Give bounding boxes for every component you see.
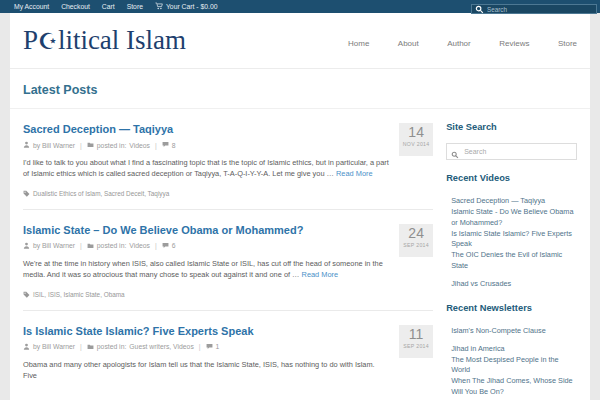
user-icon [23,141,30,149]
post-title[interactable]: Is Islamic State Islamic? Five Experts S… [23,325,433,337]
post-category-link[interactable]: Videos [129,142,150,149]
recent-videos-list: Sacred Deception — Taqiyya Islamic State… [446,189,577,290]
post-tag-list[interactable]: Dualistic Ethics of Islam, Sacred Deceit… [33,190,169,197]
post-comment-count[interactable]: 6 [172,242,176,249]
posted-in-label: posted in: [97,242,126,249]
post-excerpt: I'd like to talk to you about what I fin… [23,157,433,180]
post-comment-count[interactable]: 1 [216,343,220,350]
folder-icon [87,343,94,351]
sidebar-search-input[interactable] [446,143,577,160]
post-author: by Bill Warner [33,343,75,350]
nav-link-store[interactable]: Store [558,39,577,48]
main-nav: Home About Author Reviews Store [324,32,577,50]
post-item: 24 SEP 2014 Islamic State – Do We Believ… [23,210,433,310]
topbar-link-cart[interactable]: Cart [102,3,115,10]
nav-link-about[interactable]: About [398,39,419,48]
post-date-badge: 14 NOV 2014 [399,123,433,156]
post-meta: by Bill Warner | posted in: Guest writer… [23,343,389,351]
list-item: Is Islamic State Islamic? Five Experts S… [451,229,577,251]
recent-newsletters-list: Islam's Non-Compete Clause Jihad in Amer… [446,319,577,400]
read-more-link[interactable]: Read More [302,270,339,279]
recent-video-link[interactable]: The OIC Denies the Evil of Islamic State [451,250,577,271]
list-item: The OIC Denies the Evil of Islamic State [451,250,577,272]
site-search-heading: Site Search [446,122,577,132]
nav-link-reviews[interactable]: Reviews [499,39,529,48]
post-date-badge: 24 SEP 2014 [399,224,433,257]
post-date-badge: 11 SEP 2014 [399,325,433,358]
page-title-band: Latest Posts [10,69,590,109]
sidebar-search [446,140,577,160]
list-item: Islam's Non-Compete Clause [451,319,577,337]
user-icon [23,242,30,250]
post-date-monthyear: NOV 2014 [399,141,433,147]
post-excerpt: Obama and many other apologists for Isla… [23,359,433,382]
posted-in-label: posted in: [97,142,126,149]
nav-link-author[interactable]: Author [447,39,471,48]
cart-total-label: Your Cart - $0.00 [166,3,218,10]
posts-list: 14 NOV 2014 Sacred Deception — Taqiyya b… [23,109,433,400]
post-item: 11 SEP 2014 Is Islamic State Islamic? Fi… [23,311,433,393]
list-item: Jihad in America [451,337,577,355]
topbar-link-checkout[interactable]: Checkout [61,3,90,10]
recent-newsletter-link[interactable]: Jihad in America [451,344,505,355]
post-date-monthyear: SEP 2014 [399,242,433,248]
recent-newsletter-link[interactable]: When The Jihad Comes, Whose Side Will Yo… [451,376,577,397]
post-tag-list[interactable]: ISIL, ISIS, Islamic State, Obama [33,291,125,298]
page-container: P☪litical Islam Home About Author Review… [10,13,590,400]
list-item: Jihad vs Crusades [451,272,577,290]
topbar-link-store[interactable]: Store [127,3,143,10]
post-comment-count[interactable]: 8 [172,142,176,149]
nav-link-home[interactable]: Home [348,39,369,48]
post-item: 14 NOV 2014 Sacred Deception — Taqiyya b… [23,109,433,209]
recent-newsletter-link[interactable]: The Most Despised People in the World [451,355,577,376]
post-excerpt: We're at the time in history when ISIS, … [23,258,433,281]
list-item: When The Jihad Comes, Whose Side Will Yo… [451,376,577,398]
your-cart-link[interactable]: Your Cart - $0.00 [155,2,218,11]
recent-video-link[interactable]: Islamic State - Do We Believe Obama or M… [451,207,577,228]
recent-newsletter-link[interactable]: Islam's Non-Compete Clause [451,326,546,337]
comments-icon [206,343,213,351]
topbar: My Account Checkout Cart Store Your Cart… [0,0,600,13]
crescent-star-icon: ☪ [38,29,58,54]
list-item: The Most Despised People in the World [451,355,577,377]
folder-icon [87,242,94,250]
tag-icon [23,291,30,299]
sidebar: Site Search Recent Videos Sacred Decepti… [446,109,577,400]
post-author: by Bill Warner [33,142,75,149]
recent-newsletters-heading: Recent Newsletters [446,303,577,313]
post-author: by Bill Warner [33,242,75,249]
search-icon [475,0,484,18]
comments-icon [162,141,169,149]
post-date-day: 11 [399,328,433,341]
topbar-search-input[interactable] [471,4,597,14]
site-logo[interactable]: P☪litical Islam [23,27,186,54]
logo-text-suffix: litical Islam [58,25,186,55]
post-title[interactable]: Sacred Deception — Taqiyya [23,123,433,135]
post-date-day: 24 [399,227,433,240]
recent-video-link[interactable]: Sacred Deception — Taqiyya [451,196,545,207]
user-icon [23,343,30,351]
comments-icon [162,242,169,250]
logo-text-prefix: P [23,25,38,55]
recent-videos-heading: Recent Videos [446,173,577,183]
post-date-monthyear: SEP 2014 [399,343,433,349]
topbar-search [471,0,597,16]
tag-icon [23,190,30,198]
list-item: Islamic State - Do We Believe Obama or M… [451,207,577,229]
post-tags: Dualistic Ethics of Islam, Sacred Deceit… [23,190,433,198]
read-more-link[interactable]: Read More [336,169,373,178]
cart-icon [155,2,163,11]
topbar-link-my-account[interactable]: My Account [14,3,49,10]
post-title[interactable]: Islamic State – Do We Believe Obama or M… [23,224,433,236]
post-category-link[interactable]: Guest writers, Videos [129,343,193,350]
search-icon [451,145,459,163]
recent-video-link[interactable]: Jihad vs Crusades [451,279,511,290]
post-date-day: 14 [399,126,433,139]
post-meta: by Bill Warner | posted in: Videos | 8 [23,141,389,149]
folder-icon [87,141,94,149]
post-category-link[interactable]: Videos [129,242,150,249]
site-header: P☪litical Islam Home About Author Review… [10,13,590,69]
post-tags: ISIL, ISIS, Islamic State, Obama [23,291,433,299]
posted-in-label: posted in: [97,343,126,350]
recent-video-link[interactable]: Is Islamic State Islamic? Five Experts S… [451,229,577,250]
